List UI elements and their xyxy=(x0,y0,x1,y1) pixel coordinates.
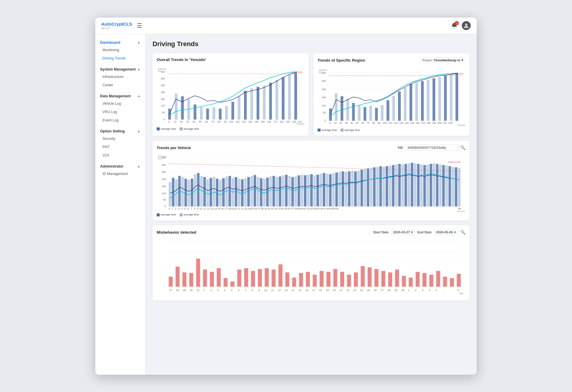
sidebar-section-system-mgmt[interactable]: System Management ▲ xyxy=(95,65,145,73)
sidebar-item-event-log[interactable]: Event Log xyxy=(95,116,145,124)
svg-rect-23 xyxy=(206,108,209,119)
vid-input[interactable] xyxy=(405,145,458,151)
svg-text:200: 200 xyxy=(437,121,442,124)
notification-icon[interactable]: 2 xyxy=(451,22,458,29)
svg-rect-321 xyxy=(313,275,317,287)
svg-text:19: 19 xyxy=(326,288,329,291)
svg-rect-334 xyxy=(402,276,406,286)
svg-text:140: 140 xyxy=(254,120,259,123)
svg-text:120: 120 xyxy=(322,104,326,107)
svg-text:20: 20 xyxy=(180,120,183,123)
end-date-select[interactable]: 2024-05-05 ▾ xyxy=(434,229,458,235)
sidebar-section-option-setting[interactable]: Option Setting ▲ xyxy=(95,127,145,135)
svg-rect-100 xyxy=(450,74,453,121)
misbehavior-search-button[interactable]: 🔍 xyxy=(460,230,465,235)
svg-text:360: 360 xyxy=(161,163,166,166)
svg-text:30: 30 xyxy=(190,288,193,291)
svg-text:15: 15 xyxy=(299,288,301,291)
hamburger-menu[interactable]: ☰ xyxy=(137,22,142,29)
svg-rect-215 xyxy=(379,166,382,206)
svg-rect-238 xyxy=(452,167,454,206)
svg-rect-218 xyxy=(389,165,391,206)
svg-text:20: 20 xyxy=(333,288,336,291)
svg-rect-194 xyxy=(313,175,316,207)
svg-text:37: 37 xyxy=(291,207,294,210)
svg-rect-207 xyxy=(354,171,357,207)
page-title: Driving Trends xyxy=(153,40,470,48)
svg-text:220: 220 xyxy=(448,121,453,124)
svg-text:180: 180 xyxy=(279,120,284,123)
sidebar-item-vru-log[interactable]: VRU Log xyxy=(95,108,145,116)
svg-rect-189 xyxy=(298,175,300,207)
svg-text:29: 29 xyxy=(264,207,267,210)
avatar[interactable] xyxy=(462,21,471,30)
svg-text:...: ... xyxy=(442,288,444,291)
svg-text:10: 10 xyxy=(264,288,267,291)
svg-rect-96 xyxy=(427,79,429,121)
trends-per-vehicle-card: Trends per Vehicle VID 🔍 Distance (m) xyxy=(153,140,470,221)
sidebar-item-infrastructure[interactable]: Infrastructure xyxy=(95,73,145,81)
svg-text:7: 7 xyxy=(191,207,192,210)
svg-text:19: 19 xyxy=(231,207,234,210)
svg-text:360: 360 xyxy=(161,77,165,80)
svg-text:4: 4 xyxy=(181,207,183,210)
misbehavior-title: Misbehavior detected xyxy=(157,230,196,235)
region-select[interactable]: Region Yeouídaebang-ro ▾ xyxy=(420,57,465,63)
svg-text:16: 16 xyxy=(305,288,308,291)
sidebar-section-dashboard[interactable]: Dashboard ▲ xyxy=(95,38,145,46)
svg-rect-342 xyxy=(457,274,461,287)
svg-rect-314 xyxy=(265,268,269,287)
svg-rect-205 xyxy=(348,171,351,207)
sidebar-item-driving-trends[interactable]: Driving Trends xyxy=(95,54,145,63)
svg-text:420: 420 xyxy=(161,156,166,159)
svg-rect-197 xyxy=(323,173,325,206)
sidebar-section-data-mgmt[interactable]: Data Management ▲ xyxy=(95,92,145,99)
svg-rect-315 xyxy=(272,269,276,287)
sidebar-item-monitoring[interactable]: Monitoring xyxy=(95,46,145,54)
start-date-select[interactable]: 2024-03-27 ▾ xyxy=(391,229,415,235)
svg-rect-303 xyxy=(189,273,193,287)
svg-text:60: 60 xyxy=(323,111,326,114)
svg-rect-184 xyxy=(282,175,285,207)
svg-rect-180 xyxy=(269,177,272,207)
svg-text:0: 0 xyxy=(169,207,170,210)
svg-text:13: 13 xyxy=(285,288,288,291)
sidebar-item-pnt[interactable]: PNT xyxy=(95,143,145,151)
svg-text:51: 51 xyxy=(336,207,339,210)
svg-text:43: 43 xyxy=(310,207,313,210)
svg-rect-79 xyxy=(329,108,332,121)
svg-text:0: 0 xyxy=(164,205,166,208)
svg-rect-308 xyxy=(223,278,227,287)
svg-rect-92 xyxy=(404,88,406,121)
sidebar-item-security[interactable]: Security xyxy=(95,135,145,143)
svg-rect-222 xyxy=(401,165,404,207)
svg-text:190: 190 xyxy=(432,121,436,124)
svg-text:2: 2 xyxy=(210,288,212,291)
svg-rect-327 xyxy=(354,272,358,287)
svg-rect-223 xyxy=(405,164,407,207)
svg-rect-26 xyxy=(225,106,228,119)
sidebar-section-administrator[interactable]: Administrator ▲ xyxy=(95,162,145,170)
sidebar-item-id-management[interactable]: ID Management xyxy=(95,170,145,178)
sidebar-item-vehicle-log[interactable]: Vehicle Log xyxy=(95,99,145,108)
svg-rect-89 xyxy=(386,100,389,121)
svg-rect-340 xyxy=(443,277,447,287)
svg-text:6: 6 xyxy=(188,207,189,210)
svg-rect-87 xyxy=(375,108,378,121)
svg-text:38: 38 xyxy=(294,207,297,210)
svg-text:Speed Limit: Speed Limit xyxy=(448,161,460,163)
svg-text:36: 36 xyxy=(287,207,290,210)
svg-text:150: 150 xyxy=(410,121,414,124)
svg-rect-306 xyxy=(210,272,214,287)
svg-text:40: 40 xyxy=(192,120,195,123)
svg-text:35: 35 xyxy=(285,207,287,210)
sidebar-item-center[interactable]: Center xyxy=(95,81,145,89)
svg-text:110: 110 xyxy=(388,121,392,124)
svg-text:2: 2 xyxy=(175,207,176,210)
svg-rect-99 xyxy=(444,76,447,121)
sidebar-item-v2x[interactable]: V2X xyxy=(95,151,145,160)
svg-rect-237 xyxy=(448,166,451,206)
svg-rect-323 xyxy=(327,272,330,287)
vid-search-button[interactable]: 🔍 xyxy=(460,145,465,150)
svg-rect-181 xyxy=(273,176,275,207)
